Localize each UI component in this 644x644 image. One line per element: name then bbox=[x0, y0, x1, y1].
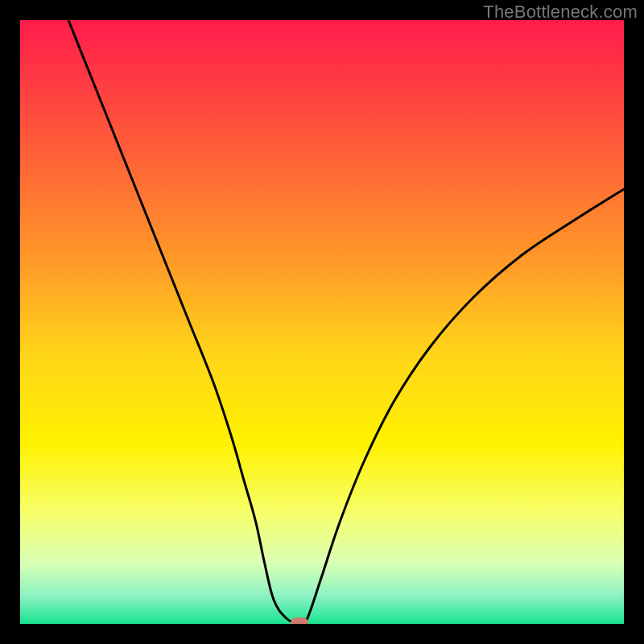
chart-frame: TheBottleneck.com bbox=[0, 0, 644, 644]
minimum-marker bbox=[291, 617, 308, 625]
plot-area bbox=[20, 20, 624, 624]
bottleneck-curve bbox=[20, 20, 624, 624]
watermark-text: TheBottleneck.com bbox=[483, 2, 638, 23]
